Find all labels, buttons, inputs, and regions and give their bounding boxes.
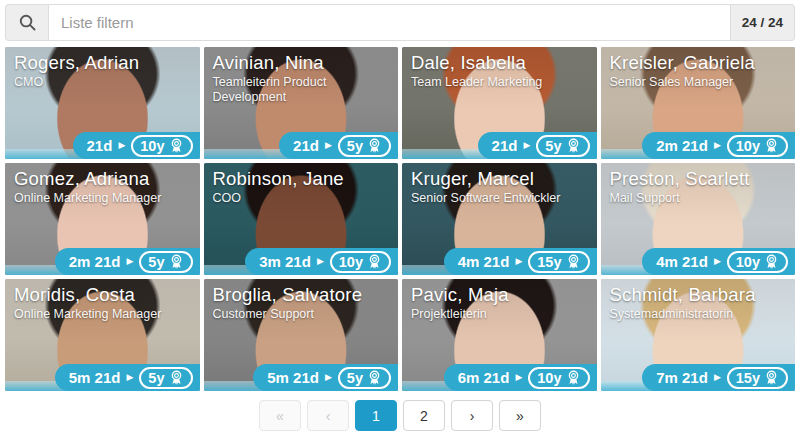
tenure-duration: 7m 21d bbox=[656, 369, 708, 386]
employee-title: Systemadministratorin bbox=[610, 307, 790, 322]
anniversary-pill: 10y bbox=[528, 367, 589, 389]
employee-card[interactable]: Gomez, Adriana Online Marketing Manager … bbox=[5, 163, 200, 275]
pagination-next[interactable]: › bbox=[451, 400, 493, 431]
anniversary-years: 10y bbox=[339, 254, 363, 270]
tenure-duration: 5m 21d bbox=[69, 369, 121, 386]
anniversary-years: 10y bbox=[537, 370, 561, 386]
employee-name: Gomez, Adriana bbox=[14, 168, 194, 189]
award-ribbon-icon bbox=[764, 370, 779, 385]
employee-card[interactable]: Dale, Isabella Team Leader Marketing 21d… bbox=[402, 47, 597, 159]
anniversary-pill: 10y bbox=[131, 135, 192, 157]
tenure-duration: 4m 21d bbox=[458, 253, 510, 270]
anniversary-pill: 5y bbox=[338, 367, 391, 389]
employee-name: Kruger, Marcel bbox=[411, 168, 591, 189]
award-ribbon-icon bbox=[367, 138, 382, 153]
employee-grid: Rogers, Adrian CMO 21d ▶ 10y Avinian, Ni… bbox=[5, 47, 795, 391]
arrow-right-icon: ▶ bbox=[325, 373, 332, 382]
anniversary-pill: 5y bbox=[139, 251, 192, 273]
employee-title: Senior Software Entwickler bbox=[411, 191, 591, 206]
award-ribbon-icon bbox=[764, 138, 779, 153]
filter-bar: 24 / 24 bbox=[5, 4, 795, 41]
pagination-page-1[interactable]: 1 bbox=[355, 400, 397, 431]
anniversary-years: 5y bbox=[347, 370, 363, 386]
employee-title: Senior Sales Manager bbox=[610, 75, 790, 90]
employee-title: Mail Support bbox=[610, 191, 790, 206]
search-icon bbox=[18, 13, 37, 32]
pagination-page-2[interactable]: 2 bbox=[403, 400, 445, 431]
employee-card[interactable]: Robinson, Jane COO 3m 21d ▶ 10y bbox=[204, 163, 399, 275]
employee-card[interactable]: Kreisler, Gabriela Senior Sales Manager … bbox=[601, 47, 796, 159]
tenure-badge: 5m 21d ▶ 5y bbox=[55, 364, 200, 391]
tenure-badge: 5m 21d ▶ 5y bbox=[253, 364, 398, 391]
tenure-duration: 6m 21d bbox=[458, 369, 510, 386]
result-counter: 24 / 24 bbox=[731, 4, 795, 41]
employee-card[interactable]: Schmidt, Barbara Systemadministratorin 7… bbox=[601, 279, 796, 391]
tenure-badge: 21d ▶ 5y bbox=[279, 132, 398, 159]
employee-name: Broglia, Salvatore bbox=[213, 284, 393, 305]
employee-card[interactable]: Broglia, Salvatore Customer Support 5m 2… bbox=[204, 279, 399, 391]
award-ribbon-icon bbox=[566, 254, 581, 269]
arrow-right-icon: ▶ bbox=[325, 141, 332, 150]
award-ribbon-icon bbox=[169, 254, 184, 269]
arrow-right-icon: ▶ bbox=[515, 257, 522, 266]
employee-name: Moridis, Costa bbox=[14, 284, 194, 305]
anniversary-pill: 15y bbox=[528, 251, 589, 273]
employee-name: Avinian, Nina bbox=[213, 52, 393, 73]
tenure-badge: 7m 21d ▶ 15y bbox=[642, 364, 795, 391]
tenure-duration: 2m 21d bbox=[656, 137, 708, 154]
anniversary-pill: 5y bbox=[338, 135, 391, 157]
tenure-duration: 21d bbox=[87, 137, 113, 154]
tenure-duration: 3m 21d bbox=[259, 253, 311, 270]
arrow-right-icon: ▶ bbox=[714, 257, 721, 266]
pagination-last[interactable]: » bbox=[499, 400, 541, 431]
filter-input[interactable] bbox=[48, 4, 731, 41]
tenure-badge: 21d ▶ 5y bbox=[478, 132, 597, 159]
tenure-badge: 4m 21d ▶ 15y bbox=[444, 248, 597, 275]
tenure-badge: 21d ▶ 10y bbox=[73, 132, 200, 159]
employee-card[interactable]: Kruger, Marcel Senior Software Entwickle… bbox=[402, 163, 597, 275]
anniversary-pill: 10y bbox=[727, 135, 788, 157]
arrow-right-icon: ▶ bbox=[118, 141, 125, 150]
employee-card[interactable]: Moridis, Costa Online Marketing Manager … bbox=[5, 279, 200, 391]
tenure-badge: 6m 21d ▶ 10y bbox=[444, 364, 597, 391]
pagination-first: « bbox=[259, 400, 301, 431]
employee-title: Teamleiterin Product Development bbox=[213, 75, 393, 105]
arrow-right-icon: ▶ bbox=[126, 373, 133, 382]
employee-title: COO bbox=[213, 191, 393, 206]
anniversary-years: 10y bbox=[736, 138, 760, 154]
award-ribbon-icon bbox=[169, 138, 184, 153]
employee-name: Schmidt, Barbara bbox=[610, 284, 790, 305]
award-ribbon-icon bbox=[764, 254, 779, 269]
employee-title: Online Marketing Manager bbox=[14, 191, 194, 206]
employee-title: Projektleiterin bbox=[411, 307, 591, 322]
tenure-duration: 4m 21d bbox=[656, 253, 708, 270]
pagination-prev: ‹ bbox=[307, 400, 349, 431]
pagination: « ‹ 1 2 › » bbox=[5, 400, 795, 431]
employee-card[interactable]: Avinian, Nina Teamleiterin Product Devel… bbox=[204, 47, 399, 159]
anniversary-pill: 5y bbox=[536, 135, 589, 157]
anniversary-pill: 5y bbox=[139, 367, 192, 389]
anniversary-years: 5y bbox=[148, 254, 164, 270]
arrow-right-icon: ▶ bbox=[515, 373, 522, 382]
employee-name: Robinson, Jane bbox=[213, 168, 393, 189]
employee-name: Dale, Isabella bbox=[411, 52, 591, 73]
employee-name: Preston, Scarlett bbox=[610, 168, 790, 189]
anniversary-years: 10y bbox=[140, 138, 164, 154]
anniversary-years: 15y bbox=[537, 254, 561, 270]
arrow-right-icon: ▶ bbox=[714, 141, 721, 150]
tenure-duration: 21d bbox=[492, 137, 518, 154]
anniversary-years: 5y bbox=[148, 370, 164, 386]
employee-card[interactable]: Rogers, Adrian CMO 21d ▶ 10y bbox=[5, 47, 200, 159]
tenure-badge: 2m 21d ▶ 10y bbox=[642, 132, 795, 159]
anniversary-years: 5y bbox=[347, 138, 363, 154]
award-ribbon-icon bbox=[367, 370, 382, 385]
employee-card[interactable]: Pavic, Maja Projektleiterin 6m 21d ▶ 10y bbox=[402, 279, 597, 391]
tenure-duration: 2m 21d bbox=[69, 253, 121, 270]
anniversary-pill: 10y bbox=[330, 251, 391, 273]
employee-title: Team Leader Marketing bbox=[411, 75, 591, 90]
employee-name: Pavic, Maja bbox=[411, 284, 591, 305]
arrow-right-icon: ▶ bbox=[317, 257, 324, 266]
anniversary-years: 10y bbox=[736, 254, 760, 270]
employee-card[interactable]: Preston, Scarlett Mail Support 4m 21d ▶ … bbox=[601, 163, 796, 275]
award-ribbon-icon bbox=[566, 138, 581, 153]
